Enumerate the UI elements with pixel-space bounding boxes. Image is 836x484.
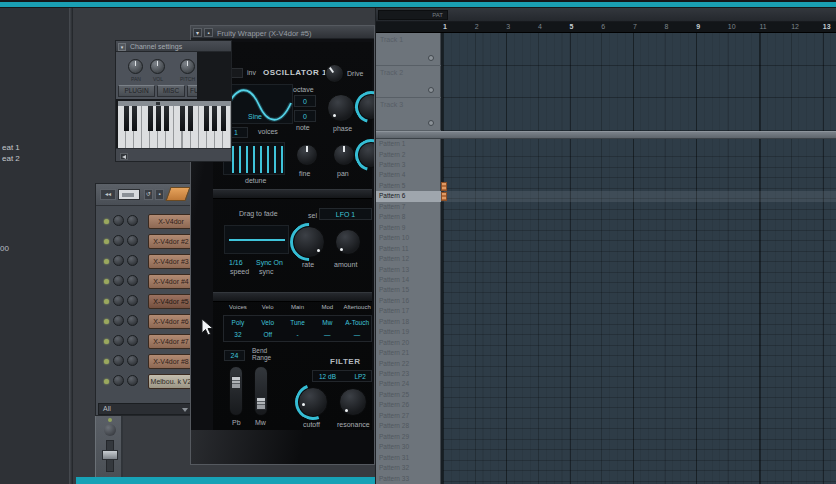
channel-filter-select[interactable]: All	[98, 403, 192, 415]
pattern-row[interactable]: Pattern 17	[376, 306, 441, 316]
channel-pan-knob[interactable]	[113, 255, 124, 266]
sync-value[interactable]: Sync On	[256, 259, 283, 266]
pattern-row[interactable]: Pattern 7	[376, 202, 441, 212]
channel-volume-knob[interactable]	[150, 59, 165, 74]
channel-enable-led[interactable]	[104, 339, 109, 344]
playlist-timeline[interactable]: 12345678910111213	[376, 22, 836, 33]
channel-enable-led[interactable]	[104, 279, 109, 284]
channel-pan-knob[interactable]	[113, 215, 124, 226]
channel-volume-knob[interactable]	[127, 315, 138, 326]
pattern-row[interactable]: Pattern 15	[376, 285, 441, 295]
pattern-row[interactable]: Pattern 11	[376, 244, 441, 254]
matrix-amount-value[interactable]: —	[342, 331, 372, 338]
playlist-grid[interactable]	[441, 33, 836, 484]
channel-pan-knob[interactable]	[113, 235, 124, 246]
step-page-icon[interactable]: ◂◂	[100, 189, 116, 200]
channel-button[interactable]: X-V4dor	[148, 214, 194, 229]
channel-pan-knob[interactable]	[113, 335, 124, 346]
pan-knob[interactable]	[333, 144, 355, 166]
pattern-row[interactable]: Pattern 20	[376, 338, 441, 348]
track-led[interactable]	[428, 120, 434, 126]
resonance-knob[interactable]	[339, 388, 367, 416]
mixer-strip[interactable]	[95, 416, 123, 477]
pattern-row[interactable]: Pattern 9	[376, 223, 441, 233]
detune-display[interactable]	[223, 142, 285, 175]
pattern-row[interactable]: Pattern 1	[376, 139, 441, 149]
swing-slider[interactable]	[165, 187, 190, 201]
pattern-row[interactable]: Pattern 3	[376, 160, 441, 170]
mixer-knob[interactable]	[104, 424, 116, 436]
pattern-row[interactable]: Pattern 22	[376, 359, 441, 369]
pattern-row[interactable]: Pattern 4	[376, 170, 441, 180]
pattern-row[interactable]: Pattern 16	[376, 296, 441, 306]
fade-display[interactable]	[224, 225, 289, 254]
channel-volume-knob[interactable]	[127, 215, 138, 226]
plugin-detach-icon[interactable]: ▪	[204, 28, 213, 37]
track-row[interactable]: Track 2	[376, 66, 441, 99]
mod-wheel-fader[interactable]	[254, 366, 268, 416]
pitch-bend-fader[interactable]	[229, 366, 243, 416]
window-menu-icon[interactable]: ▾	[118, 43, 126, 51]
pattern-row[interactable]: Pattern 5	[376, 181, 441, 191]
channel-enable-led[interactable]	[104, 299, 109, 304]
channel-enable-led[interactable]	[104, 379, 109, 384]
pattern-row[interactable]: Pattern 26	[376, 400, 441, 410]
matrix-amount-value[interactable]: 32	[223, 331, 253, 338]
playlist-section-divider[interactable]	[376, 131, 836, 139]
channel-button[interactable]: Melbou. k V2 !	[148, 374, 194, 389]
channel-volume-knob[interactable]	[127, 355, 138, 366]
plugin-titlebar[interactable]: ▾ ▪ Fruity Wrapper (X-V4dor #5)	[191, 26, 374, 39]
pattern-row[interactable]: Pattern 6	[376, 191, 441, 201]
phase-knob[interactable]	[327, 94, 355, 122]
matrix-mode-value[interactable]: Velo	[253, 319, 283, 326]
channel-enable-led[interactable]	[104, 259, 109, 264]
amount-knob[interactable]	[335, 229, 361, 255]
channel-button[interactable]: X-V4dor #3	[148, 254, 194, 269]
matrix-mode-value[interactable]: Tune	[283, 319, 313, 326]
note-value[interactable]: 0	[294, 110, 316, 122]
channel-button[interactable]: X-V4dor #8	[148, 354, 194, 369]
graph-icon[interactable]: ▪	[155, 189, 164, 200]
channel-enable-led[interactable]	[104, 219, 109, 224]
track-row[interactable]: Track 3	[376, 98, 441, 131]
keyboard-preview[interactable]	[118, 101, 231, 148]
tab-misc[interactable]: MISC	[157, 85, 185, 97]
channel-pitch-knob[interactable]	[180, 59, 195, 74]
matrix-amount-value[interactable]: —	[312, 331, 342, 338]
pattern-row[interactable]: Pattern 32	[376, 463, 441, 473]
matrix-mode-value[interactable]: Poly	[223, 319, 253, 326]
matrix-amount-value[interactable]: Off	[253, 331, 283, 338]
pattern-row[interactable]: Pattern 33	[376, 474, 441, 484]
browser-item[interactable]: eat 2	[2, 154, 20, 163]
channel-volume-knob[interactable]	[127, 275, 138, 286]
track-row[interactable]: Track 1	[376, 33, 441, 66]
speaker-icon[interactable]	[120, 153, 128, 160]
pattern-row[interactable]: Pattern 23	[376, 369, 441, 379]
pattern-row[interactable]: Pattern 19	[376, 327, 441, 337]
channel-volume-knob[interactable]	[127, 295, 138, 306]
pattern-row[interactable]: Pattern 29	[376, 432, 441, 442]
filter-slope-value[interactable]: 12 dB	[319, 373, 336, 380]
channel-pan-knob[interactable]	[113, 275, 124, 286]
matrix-mode-value[interactable]: Mw	[312, 319, 342, 326]
channel-volume-knob[interactable]	[127, 335, 138, 346]
channel-pan-knob[interactable]	[113, 295, 124, 306]
pattern-row[interactable]: Pattern 28	[376, 421, 441, 431]
channel-pan-knob[interactable]	[113, 375, 124, 386]
pattern-row[interactable]: Pattern 12	[376, 254, 441, 264]
speed-value[interactable]: 1/16	[229, 259, 243, 266]
channel-pan-knob[interactable]	[113, 355, 124, 366]
channel-button[interactable]: X-V4dor #4	[148, 274, 194, 289]
pattern-row[interactable]: Pattern 21	[376, 348, 441, 358]
pattern-row[interactable]: Pattern 25	[376, 390, 441, 400]
pattern-clip[interactable]	[441, 182, 447, 191]
tab-plugin[interactable]: PLUGIN	[118, 85, 155, 97]
pattern-clip[interactable]	[441, 192, 447, 201]
channel-pan-knob[interactable]	[113, 315, 124, 326]
bend-range-value[interactable]: 24	[224, 350, 245, 361]
pattern-row[interactable]: Pattern 13	[376, 265, 441, 275]
browser-item[interactable]: eat 1	[2, 143, 20, 152]
channel-button[interactable]: X-V4dor #5	[148, 294, 194, 309]
pattern-row[interactable]: Pattern 31	[376, 453, 441, 463]
pattern-row[interactable]: Pattern 8	[376, 212, 441, 222]
